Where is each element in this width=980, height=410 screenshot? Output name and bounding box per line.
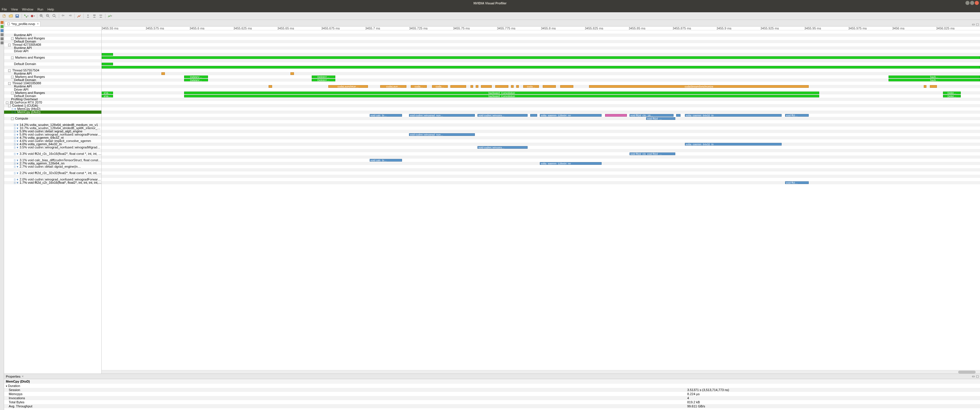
tree-row[interactable] xyxy=(4,149,101,152)
tree-row[interactable] xyxy=(4,175,101,178)
timeline-bar[interactable]: void cudnn::winograd_non… xyxy=(409,114,475,116)
timeline-track[interactable] xyxy=(102,149,980,152)
tree-row[interactable]: ⍄ ▼ 5.8% void cudnn::winograd_nonfused::… xyxy=(4,133,101,136)
tree-row[interactable]: Driver API xyxy=(4,49,101,53)
tree-row[interactable]: - Context 1 (CUDA) xyxy=(4,104,101,107)
save-button[interactable] xyxy=(14,13,20,19)
timeline-track[interactable] xyxy=(102,101,980,104)
horizontal-scrollbar[interactable] xyxy=(102,370,980,373)
menu-view[interactable]: View xyxy=(11,8,18,11)
tree-row[interactable]: ⍄ ▼ 2.7% void cudnn::detail::dgrad_engin… xyxy=(4,165,101,168)
timeline-bar[interactable] xyxy=(102,53,113,56)
timeline-track[interactable] xyxy=(102,43,980,46)
menu-run[interactable]: Run xyxy=(38,8,43,11)
timeline-track[interactable] xyxy=(102,104,980,107)
timeline-bar[interactable]: void cudnn::winograd_non… xyxy=(409,133,475,136)
tree-row[interactable]: Default Domain xyxy=(4,40,101,43)
timeline-bar[interactable]: back… xyxy=(889,75,980,78)
timeline-bar[interactable]: backward_Convolution xyxy=(184,92,819,94)
menu-window[interactable]: Window xyxy=(22,8,33,11)
people-button-3[interactable] xyxy=(98,13,103,19)
timeline-bar[interactable] xyxy=(516,85,519,88)
chart-button[interactable] xyxy=(107,13,113,19)
expand-icon[interactable]: - xyxy=(11,37,14,40)
open-button[interactable] xyxy=(8,13,13,19)
properties-close-icon[interactable]: ✕ xyxy=(22,375,24,378)
tree-row[interactable]: Driver API xyxy=(4,88,101,91)
filter-icon[interactable]: ⍄ ▼ xyxy=(14,130,19,133)
sidebar-icon-3[interactable] xyxy=(1,29,3,32)
minimize-pane-icon[interactable]: ▭ xyxy=(972,375,975,378)
timeline-track[interactable] xyxy=(102,53,980,56)
filter-icon[interactable]: ⍄ ▼ xyxy=(14,181,19,184)
tree-row[interactable] xyxy=(4,114,101,117)
timeline-bar[interactable] xyxy=(102,63,113,65)
tree-row[interactable]: ⍄ ▼ 2.2% void fft2d_r2c_32x32(float2*, f… xyxy=(4,171,101,175)
filter-icon[interactable]: ⍄ ▼ xyxy=(14,133,19,136)
tree-row[interactable]: Runtime API xyxy=(4,46,101,49)
timeline-bar[interactable]: DeleteV… xyxy=(312,79,335,81)
timeline-track[interactable] xyxy=(102,110,980,114)
timeline-track[interactable] xyxy=(102,178,980,181)
tree-row[interactable]: ⍄ ▼ MemCpy (HtoD) xyxy=(4,107,101,110)
close-icon[interactable] xyxy=(975,1,979,5)
timeline-track[interactable]: eVa…backward_ConvolutionDelet… xyxy=(102,91,980,94)
timeline-track[interactable]: void cudnn::winograd_non… xyxy=(102,133,980,136)
timeline-bar[interactable]: void fft2… xyxy=(785,114,809,116)
analysis-button[interactable] xyxy=(76,13,81,19)
timeline-bar[interactable]: void calc_bi… xyxy=(370,159,402,161)
timeline-track[interactable] xyxy=(102,40,980,43)
timeline-bar[interactable] xyxy=(543,85,556,88)
expand-icon[interactable]: - xyxy=(8,44,11,46)
tree-row[interactable]: ⍄ ▼ 14.2% volta_scudnn_128x64_stridedB_m… xyxy=(4,123,101,126)
sidebar-icon-5[interactable] xyxy=(1,37,3,40)
people-button-1[interactable] xyxy=(85,13,91,19)
tree-row[interactable]: ⍄ ▼ 10.7% volta_scudnn_128x64_stridedB_s… xyxy=(4,126,101,130)
property-section[interactable]: Duration xyxy=(4,384,980,388)
timeline-bar[interactable] xyxy=(605,114,627,116)
tree-row[interactable] xyxy=(4,59,101,62)
timeline-bar[interactable]: volta_sgemm_128x64_nn xyxy=(540,162,601,165)
timeline-bar[interactable] xyxy=(290,72,294,75)
timeline-track[interactable] xyxy=(102,139,980,143)
tree-row[interactable] xyxy=(4,30,101,34)
timeline-track[interactable] xyxy=(102,81,980,85)
filter-icon[interactable]: ⍄ ▼ xyxy=(14,146,19,149)
zoom-out-button[interactable] xyxy=(45,13,51,19)
tree-row[interactable]: ⍄ ▼ 3.5% void cudnn::winograd_nonfused::… xyxy=(4,146,101,149)
timeline-bar[interactable] xyxy=(560,85,573,88)
maximize-icon[interactable] xyxy=(970,1,974,5)
filter-icon[interactable]: ⍄ ▼ xyxy=(14,178,19,181)
filter-icon[interactable]: ⍄ ▼ xyxy=(14,136,19,139)
minimize-pane-icon[interactable]: ▭ xyxy=(972,22,975,26)
tab-close-icon[interactable]: ✕ xyxy=(37,22,39,26)
tree-row[interactable]: ⍄ ▼ 4.0% volta_cgemm_64x32_tn xyxy=(4,143,101,146)
timeline-track[interactable] xyxy=(102,175,980,178)
timeline-track[interactable] xyxy=(102,155,980,159)
timeline-track[interactable]: void fft2… xyxy=(102,181,980,184)
timeline-track[interactable]: eVa…backward_ConvolutionDelet… xyxy=(102,94,980,98)
expand-icon[interactable]: - xyxy=(6,102,8,104)
timeline-bar[interactable] xyxy=(930,85,937,88)
tree-row[interactable]: ⍄ ▼ 2.7% volta_sgemm_128x64_nn xyxy=(4,162,101,165)
timeline-bar[interactable]: DeleteV… xyxy=(184,75,208,78)
timeline-bar[interactable]: volta_cgemm_64x32_tn xyxy=(685,143,782,145)
tree-row[interactable]: Default Domain xyxy=(4,78,101,81)
tree-row[interactable]: Default Domain xyxy=(4,62,101,65)
timeline-bar[interactable] xyxy=(450,85,466,88)
tree-row[interactable]: - Thread 4273305408 xyxy=(4,43,101,46)
maximize-pane-icon[interactable]: ▢ xyxy=(976,375,979,378)
tree-row[interactable]: Profiling Overhead xyxy=(4,98,101,101)
minimize-icon[interactable] xyxy=(966,1,969,5)
timeline-track[interactable] xyxy=(102,30,980,34)
timeline-track[interactable] xyxy=(102,136,980,139)
undo-button[interactable] xyxy=(61,13,66,19)
tree-row[interactable]: Default Domain xyxy=(4,94,101,98)
tree-row[interactable]: - Thread 557557504 xyxy=(4,69,101,72)
timeline-bar[interactable] xyxy=(481,85,492,88)
tree-row[interactable] xyxy=(4,120,101,123)
tree-row[interactable]: ⍄ ▼ 3.1% void calc_bias_diff(cudnnTensor… xyxy=(4,159,101,162)
tree-row[interactable] xyxy=(4,53,101,56)
filter-icon[interactable]: ⍄ ▼ xyxy=(12,108,16,110)
timeline-track[interactable] xyxy=(102,98,980,101)
